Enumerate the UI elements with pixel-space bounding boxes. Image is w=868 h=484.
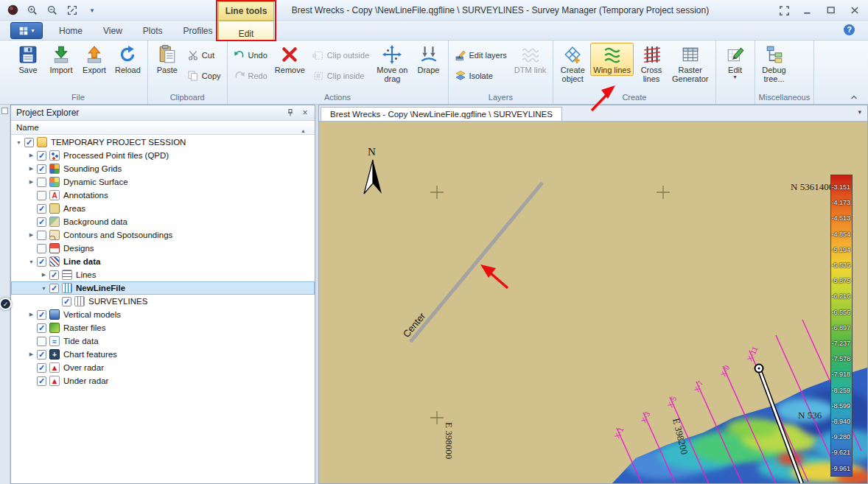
visibility-checkbox[interactable]: ✓	[37, 257, 46, 267]
visibility-checkbox[interactable]: ✓	[37, 323, 46, 333]
pin-icon[interactable]	[284, 107, 296, 119]
visibility-checkbox[interactable]: ✓	[37, 151, 46, 161]
ribbon-button-remove[interactable]: Remove	[272, 43, 308, 76]
visibility-checkbox[interactable]: ✓	[37, 204, 46, 214]
ribbon-button-clip-outside[interactable]: Clip outside	[310, 49, 371, 62]
focus-mode-icon[interactable]	[778, 4, 790, 16]
expander-icon[interactable]: ▶	[27, 351, 36, 357]
tree-item-newlinefile[interactable]: ▼✓NewLineFile	[11, 281, 315, 295]
ribbon-button-copy[interactable]: Copy	[185, 69, 223, 83]
visibility-checkbox[interactable]	[37, 244, 46, 253]
tree-item-annotations[interactable]: AAnnotations	[11, 189, 315, 202]
quick-access-caret-icon[interactable]: ▾	[85, 4, 99, 17]
map-document-tab[interactable]: Brest Wrecks - Copy \NewLineFile.qgfline…	[321, 107, 562, 121]
tree-item-tide-data[interactable]: ≈Tide data	[11, 334, 315, 348]
visibility-checkbox[interactable]: ✓	[37, 217, 46, 227]
ribbon-button-cross-lines[interactable]: Cross lines	[636, 43, 667, 85]
ribbon-button-edit[interactable]: Edit▾	[720, 43, 751, 82]
expander-icon[interactable]: ▼	[39, 286, 49, 291]
visibility-checkbox[interactable]: ✓	[62, 297, 71, 306]
tree-item-temporary-project-session[interactable]: ▼✓TEMPORARY PROJECT SESSION	[11, 136, 315, 149]
application-menu-button[interactable]: ▾	[10, 22, 43, 39]
tab-view[interactable]: View	[93, 22, 133, 40]
zoom-extents-icon[interactable]	[66, 4, 79, 17]
expander-icon[interactable]: ▶	[27, 232, 36, 238]
visibility-checkbox[interactable]: ✓	[49, 270, 59, 280]
ribbon-button-isolate[interactable]: Isolate	[452, 69, 509, 83]
expander-icon[interactable]: ▶	[27, 312, 36, 318]
ribbon-button-raster-generator[interactable]: Raster Generator	[669, 43, 712, 85]
tab-plots[interactable]: Plots	[133, 22, 173, 40]
visibility-checkbox[interactable]: ✓	[49, 284, 59, 293]
collapse-ribbon-button[interactable]	[847, 92, 861, 102]
ribbon-button-dtm-link[interactable]: DTM link	[511, 43, 549, 76]
tree-item-sounding-grids[interactable]: ▶✓Sounding Grids	[11, 162, 315, 175]
window-title: Brest Wrecks - Copy \NewLineFile.qgfline…	[221, 5, 780, 15]
tree-item-under-radar[interactable]: ✓▲Under radar	[11, 374, 315, 387]
tree-item-designs[interactable]: Designs	[11, 242, 315, 255]
visibility-checkbox[interactable]: ✓	[24, 138, 34, 147]
zoom-out-icon[interactable]	[46, 4, 59, 17]
tab-edit[interactable]: Edit	[218, 21, 274, 40]
ribbon-button-edit-layers[interactable]: Edit layers	[452, 49, 509, 62]
tree-item-raster-files[interactable]: ✓Raster files	[11, 321, 315, 334]
ribbon-button-export[interactable]: Export	[79, 43, 110, 76]
expander-icon[interactable]: ▼	[27, 259, 36, 264]
visibility-checkbox[interactable]	[37, 178, 46, 187]
tree-item-processed-point-files-qpd[interactable]: ▶✓Processed Point files (QPD)	[11, 149, 315, 162]
zoom-in-icon[interactable]	[26, 4, 39, 17]
close-button[interactable]	[849, 4, 861, 16]
ribbon-button-reload[interactable]: Reload	[112, 43, 144, 76]
autohide-badge-icon[interactable]: ✓	[0, 298, 12, 310]
expander-icon[interactable]: ▼	[14, 140, 24, 145]
bathymetry-raster[interactable]	[612, 365, 867, 483]
ribbon-button-save[interactable]: Save	[13, 43, 43, 76]
visibility-checkbox[interactable]: ✓	[37, 310, 46, 320]
expander-icon[interactable]: ▶	[27, 179, 36, 185]
ribbon-button-paste[interactable]: Paste	[152, 43, 183, 76]
tree-item-lines[interactable]: ▶✓Lines	[11, 268, 315, 281]
visibility-checkbox[interactable]: ✓	[37, 164, 46, 174]
tree-item-chart-features[interactable]: ▶✓+Chart features	[11, 348, 315, 361]
expander-icon[interactable]: ▶	[39, 272, 49, 278]
visibility-checkbox[interactable]: ✓	[37, 363, 46, 373]
ribbon-button-redo[interactable]: Redo	[231, 69, 270, 83]
tree-item-areas[interactable]: ✓Areas	[11, 202, 315, 215]
ribbon-button-undo[interactable]: Undo	[231, 49, 270, 62]
tree-item-background-data[interactable]: ✓Background data	[11, 215, 315, 228]
close-panel-icon[interactable]: ×	[299, 107, 311, 119]
tree-item-contours-and-spotsoundings[interactable]: ▶Contours and Spotsoundings	[11, 228, 315, 242]
center-survey-line[interactable]	[410, 183, 542, 342]
ribbon-button-debug-tree[interactable]: Debug tree...	[759, 43, 790, 85]
ribbon-button-wing-lines[interactable]: Wing lines	[590, 43, 634, 76]
visibility-checkbox[interactable]	[37, 337, 46, 346]
expander-icon[interactable]: ▶	[27, 152, 36, 158]
maximize-button[interactable]	[825, 4, 837, 16]
ribbon-button-import[interactable]: Import	[46, 43, 77, 76]
expander-icon[interactable]: ▶	[27, 166, 36, 172]
visibility-checkbox[interactable]: ✓	[37, 350, 46, 360]
dock-tab-icon[interactable]	[1, 108, 8, 114]
tab-list-caret-icon[interactable]: ▾	[858, 108, 861, 116]
tab-profiles[interactable]: Profiles	[173, 22, 223, 40]
tree-item-surveylines[interactable]: ✓SURVEYLINES	[11, 295, 315, 308]
tree-column-header[interactable]: Name ▲	[11, 121, 315, 135]
ribbon-button-clip-inside[interactable]: Clip inside	[310, 69, 371, 83]
tree-item-over-radar[interactable]: ✓▲Over radar	[11, 361, 315, 374]
tree-item-label: Dynamic Surface	[62, 178, 128, 186]
tree-item-dynamic-surface[interactable]: ▶Dynamic Surface	[11, 175, 315, 189]
chart-icon: +	[49, 349, 60, 360]
ribbon-button-drape[interactable]: Drape	[413, 43, 444, 76]
tab-home[interactable]: Home	[49, 22, 93, 40]
visibility-checkbox[interactable]: ✓	[37, 376, 46, 386]
help-icon[interactable]: ?	[844, 24, 855, 35]
map-canvas[interactable]: N	[319, 122, 867, 483]
ribbon-button-move-on-drag[interactable]: Move on drag	[374, 43, 410, 85]
ribbon-button-cut[interactable]: Cut	[185, 49, 223, 62]
minimize-button[interactable]	[802, 4, 813, 16]
tree-item-vertical-models[interactable]: ▶✓Vertical models	[11, 308, 315, 321]
ribbon-button-create-object[interactable]: Create object	[557, 43, 588, 85]
visibility-checkbox[interactable]	[37, 191, 46, 200]
tree-item-line-data[interactable]: ▼✓Line data	[11, 255, 315, 268]
visibility-checkbox[interactable]	[37, 231, 46, 240]
